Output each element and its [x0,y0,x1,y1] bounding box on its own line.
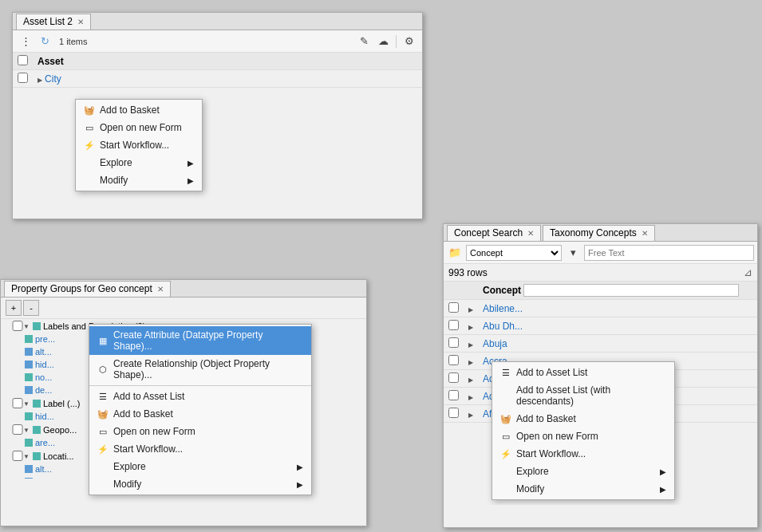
row-cb-addisa[interactable] [448,390,459,400]
concept-search-tab-close[interactable]: ✕ [527,229,534,238]
prop-ctx-explore[interactable]: Explore ▶ [89,458,311,475]
tree-label-de[interactable]: de... [35,385,52,395]
concept-ctx-workflow[interactable]: ⚡ Start Workflow... [492,445,674,463]
tree-expand-label[interactable] [23,399,33,408]
prop-ctx-add-basket[interactable]: 🧺 Add to Basket [89,405,311,423]
asset-toolbar: ⋮ ↻ 1 items ✎ ☁ ⚙ [13,30,422,53]
ctx-modify[interactable]: Modify ▶ [76,171,202,189]
expand-accra[interactable] [468,356,473,367]
taxonomy-concepts-tab-close[interactable]: ✕ [642,229,648,238]
color-sq-alt1 [25,348,33,356]
expand-afghan[interactable] [468,408,473,420]
menu-icon[interactable]: ⋮ [18,33,34,49]
concept-ctx-open-form[interactable]: ▭ Open on new Form [492,428,674,445]
tree-checkbox-locati[interactable] [12,451,23,461]
tree-checkbox-geopo[interactable] [12,424,23,435]
concept-folder-icon[interactable]: 📁 [447,245,463,261]
refresh-icon[interactable]: ↻ [37,33,53,49]
prop-ctx-workflow[interactable]: ⚡ Start Workflow... [89,440,311,458]
tree-label-lat[interactable]: lat... [35,477,52,479]
prop-ctx-add-basket-label: Add to Basket [113,408,173,420]
concept-context-menu: ☰ Add to Asset List Add to Asset List (w… [492,361,675,500]
tree-checkbox-label[interactable] [12,398,23,408]
asset-list-tab[interactable]: Asset List 2 ✕ [16,14,91,30]
row-cb-abuja[interactable] [448,337,459,348]
concept-ctx-add-basket[interactable]: 🧺 Add to Basket [492,410,674,428]
concept-search-tab[interactable]: Concept Search ✕ [447,225,541,241]
concept-row-abudhabi[interactable]: Abu Dh... [444,317,757,335]
expand-abuja[interactable] [468,338,473,349]
prop-tab[interactable]: Property Groups for Geo concept ✕ [4,281,171,297]
row-checkbox[interactable] [18,73,28,83]
concept-ctx-explore[interactable]: Explore ▶ [492,463,674,480]
cloud-icon[interactable]: ☁ [375,33,391,49]
concept-search-panel: Concept Search ✕ Taxonomy Concepts ✕ 📁 C… [443,223,758,528]
concept-ctx-add-list-desc[interactable]: Add to Asset List (with descendants) [492,381,674,410]
row-cb-afghan[interactable] [448,408,459,418]
prop-tab-close[interactable]: ✕ [157,285,164,294]
ctx-open-form[interactable]: ▭ Open on new Form [76,119,202,136]
concept-ctx-modify[interactable]: Modify ▶ [492,480,674,498]
modify-arrow: ▶ [188,176,194,185]
tree-expand-geopo[interactable] [23,425,33,434]
tree-label-alt2[interactable]: alt... [35,464,52,474]
concept-search-tab-label: Concept Search [454,227,523,238]
prop-ctx-open-form[interactable]: ▭ Open on new Form [89,423,311,440]
expand-city[interactable] [38,75,42,84]
tree-expand-locati[interactable] [23,451,33,460]
asset-tab-bar: Asset List 2 ✕ [13,13,422,30]
edit-icon[interactable]: ✎ [356,33,372,49]
asset-list-tab-close[interactable]: ✕ [77,18,84,26]
concept-dropdown[interactable]: Concept [466,245,562,261]
filter-icon[interactable]: ⊿ [744,266,752,278]
settings-icon[interactable]: ⚙ [401,33,417,49]
row-cb-abudhabi[interactable] [448,320,459,330]
ctx-add-basket[interactable]: 🧺 Add to Basket [76,101,202,119]
ctx-explore-label: Explore [100,157,132,168]
expand-addisa[interactable] [468,391,473,402]
tree-label-alt1[interactable]: alt... [35,347,52,357]
prop-ctx-add-list[interactable]: ☰ Add to Asset List [89,388,311,405]
prop-basket-icon: 🧺 [97,408,109,420]
tree-label-locati: Locati... [43,451,74,461]
row-cb-accra[interactable] [448,355,459,365]
concept-ctx-add-list[interactable]: ☰ Add to Asset List [492,364,674,381]
concept-filter-input[interactable] [523,284,739,297]
concept-label-abudhabi[interactable]: Abu Dh... [483,321,523,332]
select-all-checkbox[interactable] [18,55,28,65]
expand-abudhabi[interactable] [468,321,473,332]
tree-label-no[interactable]: no... [35,372,52,382]
row-cb-addam[interactable] [448,372,459,383]
asset-row-city[interactable]: City [13,70,422,88]
expand-abilene[interactable] [468,303,473,314]
tree-label-are[interactable]: are... [35,438,55,447]
tree-checkbox-labels[interactable] [12,321,23,331]
prop-tab-label: Property Groups for Geo concept [11,283,152,294]
tree-label-hid2[interactable]: hid... [35,412,54,421]
expand-addam[interactable] [468,373,473,384]
concept-row-abilene[interactable]: Abilene... [444,300,757,317]
tree-label-pre[interactable]: pre... [35,334,55,344]
city-label[interactable]: City [45,73,61,85]
ctx-workflow[interactable]: ⚡ Start Workflow... [76,136,202,154]
explore-arrow: ▶ [188,159,194,167]
tree-label-hid1[interactable]: hid... [35,360,54,369]
concept-label-abuja[interactable]: Abuja [483,338,507,349]
taxonomy-concepts-tab[interactable]: Taxonomy Concepts ✕ [543,225,655,241]
prop-ctx-create-rel[interactable]: ⬡ Create Relationship (Object Property S… [89,355,311,384]
ctx-explore[interactable]: Explore ▶ [76,154,202,171]
prop-ctx-create-attr[interactable]: ▦ Create Attribute (Datatype Property Sh… [89,326,311,355]
concept-dropdown-arrow[interactable]: ▾ [565,245,581,261]
create-rel-icon: ⬡ [97,364,109,375]
prop-ctx-modify[interactable]: Modify ▶ [89,475,311,493]
concept-row-abuja[interactable]: Abuja [444,335,757,353]
color-sq-alt2 [25,465,33,473]
free-text-input[interactable] [584,245,754,261]
add-btn[interactable]: + [6,300,22,316]
modify-icon [84,175,95,186]
row-cb-abilene[interactable] [448,302,459,313]
col-checkbox [13,53,33,70]
remove-btn[interactable]: - [23,300,39,316]
concept-label-abilene[interactable]: Abilene... [483,303,523,314]
tree-expand-labels[interactable] [23,321,33,330]
